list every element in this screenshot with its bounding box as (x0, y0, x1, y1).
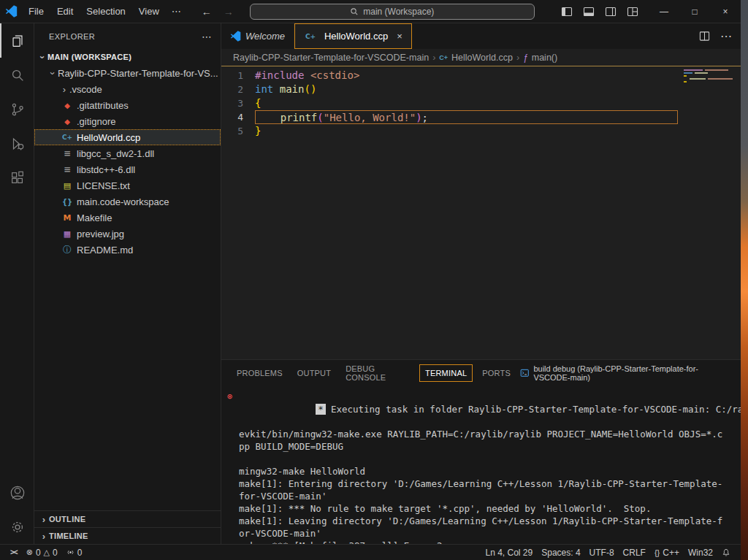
close-button[interactable]: × (710, 0, 741, 23)
code-line[interactable]: 1 #include <cstdio> (221, 69, 741, 83)
account-icon[interactable] (0, 475, 34, 510)
code-line[interactable]: 3 { (221, 96, 741, 110)
status-bar: >< ⊗ 0 △ 0 0 Ln 4, Col 29 Spaces: 4 UTF-… (0, 544, 741, 560)
timeline-section-header[interactable]: › TIMELINE (34, 527, 221, 544)
panel-tab-bar: PROBLEMS OUTPUT DEBUG CONSOLE TERMINAL P… (221, 360, 741, 386)
cursor-position[interactable]: Ln 4, Col 29 (481, 548, 538, 558)
terminal-line: or-VSCODE-main' (239, 527, 735, 540)
cpp-file-icon: C+ (304, 33, 317, 40)
toggle-secondary-sidebar-icon[interactable] (605, 6, 617, 18)
code-editor[interactable]: 1 #include <cstdio> 2 int main() 3 { 4 p… (221, 66, 741, 359)
terminal[interactable]: ⊗*Executing task in folder Raylib-CPP-St… (221, 386, 741, 544)
split-editor-icon[interactable] (699, 31, 710, 42)
terminal-line: evkit/bin/mingw32-make.exe RAYLIB_PATH=C… (239, 428, 735, 440)
source-control-icon[interactable] (0, 92, 34, 126)
remote-indicator-icon[interactable]: >< (6, 548, 22, 556)
tab-helloworld-ccp[interactable]: C+ HelloWorld.ccp × (294, 23, 412, 49)
indentation[interactable]: Spaces: 4 (537, 548, 584, 558)
dll-file-icon: ≡ (61, 164, 74, 174)
tab-problems[interactable]: PROBLEMS (232, 365, 288, 381)
platform-target[interactable]: Win32 (684, 548, 717, 558)
explorer-sidebar: EXPLORER ⋯ › MAIN (WORKSPACE) › Raylib-C… (34, 23, 221, 544)
breadcrumb-folder[interactable]: Raylib-CPP-Starter-Template-for-VSCODE-m… (233, 53, 429, 63)
cpp-file-icon: C+ (61, 134, 74, 141)
code-line-current[interactable]: 4 printf("Hello, World!"); (221, 110, 741, 124)
chevron-right-icon: › (59, 84, 69, 95)
forward-arrow-icon[interactable]: → (224, 6, 234, 18)
tree-item-gitignore[interactable]: ◆ .gitignore (34, 113, 221, 129)
tree-item-gitattributes[interactable]: ◆ .gitattributes (34, 97, 221, 113)
extensions-icon[interactable] (0, 161, 34, 195)
editor-more-actions-icon[interactable]: ⋯ (720, 29, 732, 43)
menu-edit[interactable]: Edit (50, 4, 80, 20)
tab-welcome[interactable]: Welcome (221, 23, 294, 49)
vscode-logo-icon (230, 31, 241, 42)
tree-item-code-workspace[interactable]: {} main.code-workspace (34, 193, 221, 210)
terminal-line: make[1]: *** No rule to make target '*.c… (239, 502, 735, 515)
back-arrow-icon[interactable]: ← (202, 6, 212, 18)
tab-terminal[interactable]: TERMINAL (419, 364, 473, 382)
tab-close-icon[interactable]: × (397, 31, 402, 42)
line-number[interactable]: 5 (221, 124, 255, 138)
symbol-method-icon: ƒ (523, 53, 528, 63)
tree-item-libgcc-dll[interactable]: ≡ libgcc_s_dw2-1.dll (34, 145, 221, 161)
breadcrumb-file[interactable]: HelloWorld.ccp (451, 53, 513, 63)
run-debug-icon[interactable] (0, 126, 34, 161)
menu-file[interactable]: File (22, 4, 50, 20)
customize-layout-icon[interactable] (627, 6, 638, 18)
menu-selection[interactable]: Selection (80, 4, 131, 20)
explorer-actions-icon[interactable]: ⋯ (202, 31, 212, 42)
code-line[interactable]: 2 int main() (221, 83, 741, 96)
tree-item-license[interactable]: ▤ LICENSE.txt (34, 177, 221, 193)
menu-view[interactable]: View (132, 4, 166, 20)
ports-status[interactable]: 0 (62, 548, 87, 558)
command-center-search[interactable]: main (Workspace) (250, 4, 535, 20)
tree-item-libstdc-dll[interactable]: ≡ libstdc++-6.dll (34, 161, 221, 177)
notifications-bell[interactable] (717, 548, 735, 557)
tree-item-root-folder[interactable]: › Raylib-CPP-Starter-Template-for-VS... (34, 65, 221, 81)
tree-item-vscode-folder[interactable]: › .vscode (34, 81, 221, 97)
tab-debug-console[interactable]: DEBUG CONSOLE (340, 361, 415, 386)
tree-item-readme[interactable]: ⓘ README.md (34, 242, 221, 258)
line-number[interactable]: 4 (221, 110, 255, 124)
outline-section-header[interactable]: › OUTLINE (34, 510, 221, 527)
workspace-section-header[interactable]: › MAIN (WORKSPACE) (34, 49, 221, 65)
settings-gear-icon[interactable] (0, 510, 34, 544)
line-number[interactable]: 3 (221, 96, 255, 110)
breadcrumb-symbol[interactable]: main() (532, 53, 557, 63)
activity-bar (0, 23, 34, 544)
explorer-header: EXPLORER ⋯ (34, 23, 221, 49)
tab-output[interactable]: OUTPUT (292, 365, 336, 381)
tree-item-makefile[interactable]: M Makefile (34, 210, 221, 226)
desktop-wallpaper (741, 0, 748, 560)
terminal-line (239, 453, 735, 465)
eol-sequence[interactable]: CRLF (619, 548, 650, 558)
problems-status[interactable]: ⊗ 0 △ 0 (22, 548, 62, 558)
menu-overflow-icon[interactable]: ⋯ (166, 6, 187, 17)
toggle-sidebar-icon[interactable] (561, 6, 573, 18)
maximize-button[interactable]: □ (679, 0, 710, 23)
warning-icon: △ (44, 548, 50, 557)
line-number[interactable]: 2 (221, 83, 255, 96)
code-line[interactable]: 5 } (221, 124, 741, 138)
tab-ports[interactable]: PORTS (477, 365, 516, 381)
license-file-icon: ▤ (61, 181, 74, 191)
language-mode[interactable]: {} C++ (650, 548, 684, 558)
tree-item-preview-jpg[interactable]: ▦ preview.jpg (34, 226, 221, 242)
toggle-panel-icon[interactable] (583, 6, 595, 18)
line-number[interactable]: 1 (221, 69, 255, 83)
titlebar: File Edit Selection View ⋯ ← → main (Wor… (0, 0, 741, 23)
editor-group: Welcome C+ HelloWorld.ccp × ⋯ Raylib-CPP… (221, 23, 741, 544)
terminal-task-entry[interactable]: build debug (Raylib-CPP-Starter-Template… (520, 364, 730, 382)
minimap[interactable] (684, 69, 736, 84)
editor-tab-bar: Welcome C+ HelloWorld.ccp × ⋯ (221, 23, 741, 49)
explorer-icon[interactable] (0, 23, 34, 58)
minimize-button[interactable]: — (649, 0, 679, 23)
encoding[interactable]: UTF-8 (585, 548, 619, 558)
tree-item-helloworld-ccp[interactable]: C+ HelloWorld.ccp (34, 129, 221, 145)
terminal-line: for-VSCODE-main' (239, 490, 735, 502)
chevron-right-icon: › (516, 53, 519, 63)
command-failed-icon[interactable]: ⊗ (227, 391, 232, 403)
vscode-logo-icon (0, 5, 22, 18)
search-view-icon[interactable] (0, 58, 34, 92)
